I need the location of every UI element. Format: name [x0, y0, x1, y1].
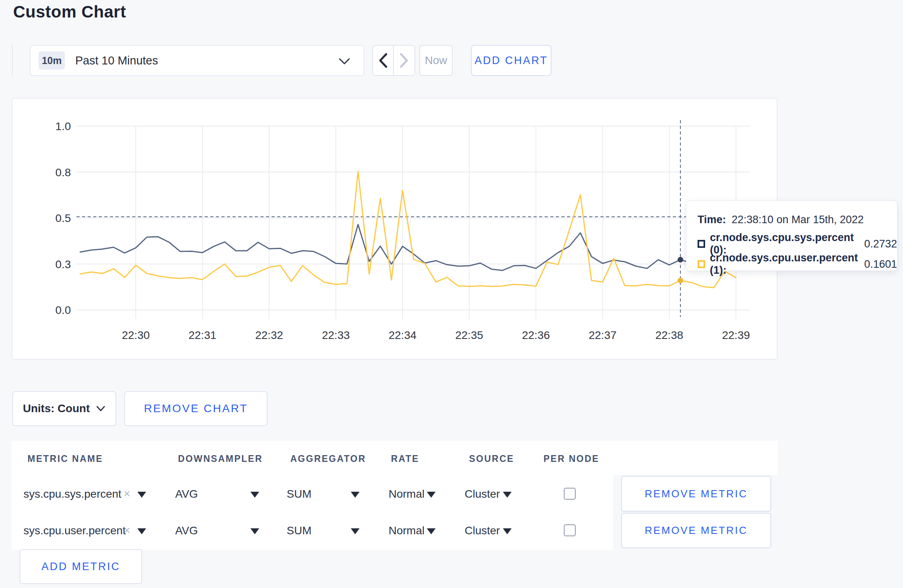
source-select[interactable]: Cluster: [465, 524, 500, 537]
clear-metric-icon[interactable]: ×: [123, 524, 131, 537]
remove-metric-button[interactable]: REMOVE METRIC: [621, 476, 771, 512]
per-node-checkbox[interactable]: [564, 488, 576, 500]
prev-interval-button[interactable]: [373, 46, 394, 75]
divider: [12, 45, 13, 76]
tooltip-series-label: cr.node.sys.cpu.user.percent (1):: [710, 252, 859, 276]
time-range-badge: 10m: [39, 51, 65, 70]
chevron-left-icon: [378, 53, 388, 68]
units-label: Units: Count: [23, 402, 90, 415]
svg-text:22:37: 22:37: [588, 329, 616, 341]
aggregator-dropdown-arrow-icon[interactable]: [351, 492, 360, 498]
per-node-checkbox[interactable]: [564, 524, 576, 536]
remove-chart-button[interactable]: REMOVE CHART: [124, 391, 268, 426]
svg-text:0.5: 0.5: [55, 212, 71, 224]
col-header-downsampler: DOWNSAMPLER: [178, 454, 263, 464]
downsampler-select[interactable]: AVG: [175, 524, 198, 537]
chevron-down-icon: [338, 57, 351, 66]
source-dropdown-arrow-icon[interactable]: [503, 492, 512, 498]
tooltip-series-row: cr.node.sys.cpu.sys.percent (0): 0.2732: [698, 238, 897, 250]
chevron-down-icon: [96, 405, 106, 412]
svg-text:22:39: 22:39: [722, 329, 750, 341]
sys-series-swatch-icon: [698, 240, 705, 248]
metric-name-select[interactable]: sys.cpu.sys.percent: [23, 488, 121, 500]
tooltip-series-value: 0.2732: [864, 238, 897, 250]
tooltip-time-label: Time:: [698, 214, 726, 226]
downsampler-dropdown-arrow-icon[interactable]: [250, 528, 259, 534]
source-dropdown-arrow-icon[interactable]: [503, 528, 512, 534]
metric-name-select[interactable]: sys.cpu.user.percent: [23, 524, 126, 537]
col-header-rate: RATE: [391, 454, 419, 464]
svg-text:0.0: 0.0: [55, 304, 71, 316]
clear-metric-icon[interactable]: ×: [123, 487, 131, 500]
svg-text:0.8: 0.8: [55, 166, 71, 179]
aggregator-select[interactable]: SUM: [287, 524, 311, 537]
timeseries-chart[interactable]: 1.00.80.50.30.022:3022:3122:3222:3322:34…: [12, 99, 777, 359]
add-metric-button[interactable]: ADD METRIC: [20, 549, 142, 584]
tooltip-time-row: Time: 22:38:10 on Mar 15th, 2022: [698, 214, 864, 226]
page-title: Custom Chart: [13, 2, 126, 21]
downsampler-select[interactable]: AVG: [175, 488, 198, 500]
time-range-select[interactable]: 10m Past 10 Minutes: [30, 45, 364, 76]
svg-text:22:35: 22:35: [455, 329, 483, 341]
chart-tooltip: Time: 22:38:10 on Mar 15th, 2022 cr.node…: [686, 201, 897, 271]
chevron-right-icon: [399, 53, 409, 68]
next-interval-button[interactable]: [394, 46, 414, 75]
time-step-control: [372, 45, 415, 76]
time-range-label: Past 10 Minutes: [75, 54, 158, 67]
col-header-source: SOURCE: [469, 454, 514, 464]
col-header-metric-name: METRIC NAME: [27, 454, 103, 464]
rate-dropdown-arrow-icon[interactable]: [427, 492, 436, 498]
svg-text:22:32: 22:32: [255, 329, 283, 341]
aggregator-select[interactable]: SUM: [287, 488, 311, 500]
svg-text:22:38: 22:38: [655, 329, 683, 341]
source-select[interactable]: Cluster: [465, 488, 500, 500]
tooltip-time-value: 22:38:10 on Mar 15th, 2022: [732, 214, 864, 226]
svg-text:22:34: 22:34: [389, 329, 416, 341]
col-header-aggregator: AGGREGATOR: [290, 454, 366, 464]
user-series-swatch-icon: [698, 260, 705, 268]
downsampler-dropdown-arrow-icon[interactable]: [250, 492, 259, 498]
rate-select[interactable]: Normal: [389, 488, 424, 500]
svg-text:22:30: 22:30: [122, 329, 150, 341]
tooltip-series-row: cr.node.sys.cpu.user.percent (1): 0.1601: [698, 258, 897, 270]
add-chart-button[interactable]: ADD CHART: [471, 45, 551, 76]
tooltip-series-value: 0.1601: [864, 258, 897, 271]
col-header-per-node: PER NODE: [543, 454, 599, 464]
custom-chart-page: Custom Chart 10m Past 10 Minutes Now ADD…: [0, 0, 903, 588]
svg-text:1.0: 1.0: [55, 120, 71, 132]
svg-text:0.3: 0.3: [55, 258, 71, 271]
svg-text:22:36: 22:36: [522, 329, 550, 341]
chart-panel[interactable]: 1.00.80.50.30.022:3022:3122:3222:3322:34…: [12, 98, 778, 360]
rate-select[interactable]: Normal: [389, 524, 424, 537]
metric-dropdown-arrow-icon[interactable]: [137, 528, 146, 534]
metric-dropdown-arrow-icon[interactable]: [137, 492, 146, 498]
now-button[interactable]: Now: [419, 45, 453, 76]
rate-dropdown-arrow-icon[interactable]: [427, 528, 436, 534]
metrics-table-body: [12, 475, 613, 550]
aggregator-dropdown-arrow-icon[interactable]: [351, 528, 360, 534]
remove-metric-button[interactable]: REMOVE METRIC: [621, 513, 771, 548]
svg-text:22:33: 22:33: [322, 329, 350, 341]
units-select[interactable]: Units: Count: [12, 391, 116, 426]
svg-text:22:31: 22:31: [188, 329, 216, 341]
